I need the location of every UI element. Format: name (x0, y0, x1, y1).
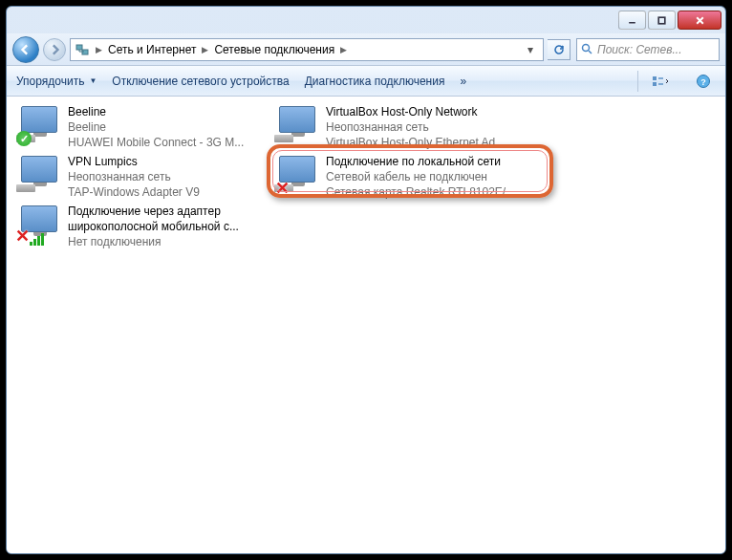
connection-item-highlighted[interactable]: ✕ Подключение по локальной сети Сетевой … (270, 152, 528, 202)
connection-item[interactable]: VPN Lumpics Неопознанная сеть TAP-Window… (12, 152, 270, 202)
connection-icon: ✕ (16, 204, 62, 246)
chevron-right-icon: ▶ (94, 45, 104, 54)
connection-name: Подключение через адаптер широкополосной… (68, 204, 267, 234)
breadcrumb-part[interactable]: Сетевые подключения (214, 43, 334, 56)
view-options-button[interactable] (637, 71, 676, 92)
titlebar (7, 7, 725, 33)
status-error-icon: ✕ (14, 228, 30, 244)
status-ok-icon: ✓ (16, 131, 32, 146)
connection-icon: ✓ (16, 104, 62, 146)
nav-bar: ▶ Сеть и Интернет ▶ Сетевые подключения … (7, 33, 725, 66)
refresh-button[interactable] (548, 39, 571, 60)
connection-device: TAP-Windows Adapter V9 (68, 184, 267, 200)
back-button[interactable] (12, 36, 39, 63)
connection-name: VirtualBox Host-Only Network (326, 104, 525, 119)
breadcrumb-part[interactable]: Сеть и Интернет (108, 43, 196, 56)
connection-status: Сетевой кабель не подключен (326, 169, 525, 184)
chevron-right-icon: ▶ (200, 45, 210, 54)
status-error-icon: ✕ (274, 181, 290, 196)
connection-name: Подключение по локальной сети (326, 154, 525, 169)
connection-item[interactable]: ✕ Подключение через адаптер широкополосн… (12, 202, 270, 251)
address-dropdown[interactable]: ▾ (522, 43, 539, 56)
chevron-right-icon: ▶ (338, 45, 349, 54)
svg-text:?: ? (700, 76, 706, 86)
svg-rect-1 (658, 17, 665, 24)
connection-icon: ✕ (274, 154, 320, 196)
address-bar[interactable]: ▶ Сеть и Интернет ▶ Сетевые подключения … (70, 38, 544, 61)
search-placeholder: Поиск: Сетев... (597, 43, 682, 56)
connection-status: Нет подключения (68, 234, 267, 249)
connection-name: Beeline (68, 104, 267, 119)
toolbar-overflow[interactable]: » (460, 75, 466, 88)
connections-pane: ✓ Beeline Beeline HUAWEI Mobile Connect … (7, 97, 725, 553)
diagnose-button[interactable]: Диагностика подключения (305, 75, 445, 88)
connection-device: VirtualBox Host-Only Ethernet Ad... (326, 135, 525, 150)
close-button[interactable] (678, 11, 721, 30)
svg-rect-6 (653, 76, 657, 80)
forward-button[interactable] (43, 38, 66, 61)
search-input[interactable]: Поиск: Сетев... (576, 38, 720, 61)
svg-line-5 (589, 51, 592, 54)
svg-rect-7 (653, 82, 657, 86)
toolbar: Упорядочить▼ Отключение сетевого устройс… (7, 66, 725, 97)
connection-name: VPN Lumpics (68, 154, 267, 169)
signal-bars-icon (30, 233, 44, 246)
connection-item[interactable]: VirtualBox Host-Only Network Неопознанна… (270, 102, 528, 152)
search-icon (581, 43, 593, 55)
connection-icon (16, 154, 62, 196)
network-icon (75, 42, 90, 57)
svg-rect-2 (76, 45, 82, 50)
disable-device-button[interactable]: Отключение сетевого устройства (112, 75, 289, 88)
connection-status: Неопознанная сеть (68, 169, 267, 184)
maximize-button[interactable] (648, 11, 676, 30)
connection-item[interactable]: ✓ Beeline Beeline HUAWEI Mobile Connect … (12, 102, 270, 152)
organize-menu[interactable]: Упорядочить▼ (16, 75, 97, 88)
connection-status: Неопознанная сеть (326, 119, 525, 135)
explorer-window: ▶ Сеть и Интернет ▶ Сетевые подключения … (6, 6, 726, 554)
connection-device: Сетевая карта Realtek RTL8102E/... (326, 184, 525, 200)
help-button[interactable]: ? (691, 71, 716, 92)
connection-status: Beeline (68, 119, 267, 135)
connection-icon (274, 104, 320, 146)
minimize-button[interactable] (618, 11, 646, 30)
svg-point-4 (583, 45, 590, 52)
connection-device: HUAWEI Mobile Connect - 3G M... (68, 135, 267, 150)
